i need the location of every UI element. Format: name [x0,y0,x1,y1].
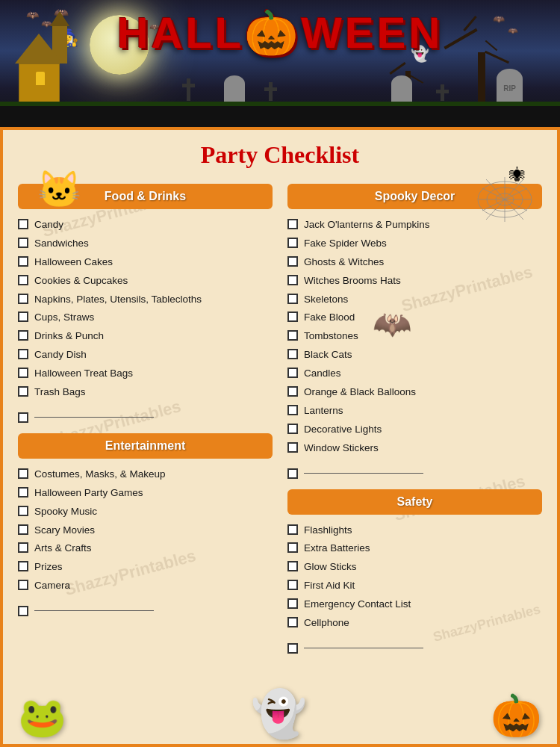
checkbox[interactable] [18,506,28,516]
checkbox[interactable] [18,330,28,341]
checkbox[interactable] [18,561,28,571]
checkbox[interactable] [287,580,298,590]
blank-underline-4 [304,648,423,648]
list-item: Tombstones [287,329,542,344]
dead-tree-right [478,52,485,108]
checklist-columns: Food & Drinks Candy Sandwiches Halloween… [18,184,542,658]
checkbox[interactable] [18,468,28,479]
list-item: Candy Dish [18,348,273,362]
checkbox[interactable] [287,275,298,285]
checkbox[interactable] [18,275,28,285]
entertainment-blank-line [18,605,273,616]
list-item: Napkins, Plates, Utensils, Tablecloths [18,293,273,307]
entertainment-section-header: Entertainment [18,433,273,459]
spider-decoration: 🕷 [509,166,526,185]
checkbox-blank-3[interactable] [287,468,298,479]
checkbox[interactable] [287,542,298,553]
right-column: Spooky Decor Jack O'lanterns & Pumpkins … [287,184,542,658]
list-item: Emergency Contact List [287,598,542,612]
bat-decor-main: 🦇 [373,306,411,342]
list-item: Halloween Cakes [18,255,273,270]
cross-3 [441,84,444,101]
grass-line [0,102,560,106]
checkbox[interactable] [18,524,28,535]
pumpkin-letter: 🎃 [244,11,301,55]
cross-2 [269,82,273,101]
checkbox-blank-2[interactable] [18,606,28,616]
decor-blank-line [287,468,542,479]
food-checklist: Candy Sandwiches Halloween Cakes Cookies… [18,218,273,400]
checkbox[interactable] [18,294,28,304]
checkbox[interactable] [287,256,298,267]
header-banner: 🦇 🦇 🦇 🦇 🦇 🦇 🧙‍♀️ HALL🎃WEEN RIP [0,0,560,127]
ground [0,105,560,127]
checkbox[interactable] [287,386,298,397]
witch-frog-illustration: 🐸 [18,695,66,740]
list-item: Window Stickers [287,441,542,456]
checkbox[interactable] [18,386,28,397]
checkbox[interactable] [287,238,298,248]
list-item: Drinks & Punch [18,329,273,344]
checkbox[interactable] [18,238,28,248]
halloween-title: HALL🎃WEEN [0,11,560,55]
list-item: Black Cats [287,348,542,362]
checkbox[interactable] [287,424,298,434]
checkbox[interactable] [18,311,28,322]
safety-blank-line [287,642,542,654]
rip-text: RIP [497,69,523,102]
safety-checklist: Flashlights Extra Batteries Glow Sticks … [287,524,542,630]
list-item: Halloween Treat Bags [18,367,273,381]
checkbox[interactable] [18,219,28,229]
list-item: Halloween Party Games [18,486,273,500]
list-item: First Aid Kit [287,579,542,593]
cross-1 [187,78,190,101]
list-item: Candy [18,218,273,232]
list-item: Sandwiches [18,237,273,251]
list-item: Skeletons [287,293,542,307]
checkbox-blank[interactable] [18,412,28,423]
checkbox[interactable] [18,256,28,267]
title-text: HALL [117,8,245,57]
list-item: Fake Spider Webs [287,237,542,251]
list-item: Scary Movies [18,524,273,538]
list-item: Lanterns [287,404,542,418]
main-content: ShazzyPrintables ShazzyPrintables Shazzy… [0,127,560,747]
checkbox[interactable] [287,617,298,627]
checkbox[interactable] [18,368,28,378]
checkbox[interactable] [287,598,298,609]
checkbox[interactable] [287,561,298,571]
checkbox[interactable] [287,219,298,229]
checkbox[interactable] [18,487,28,498]
list-item: Spooky Music [18,505,273,519]
title-text-2: WEEN [301,8,443,57]
checkbox[interactable] [287,330,298,341]
checkbox[interactable] [287,311,298,322]
list-item: Cookies & Cupcakes [18,274,273,288]
list-item: Fake Blood [287,311,542,325]
checkbox[interactable] [287,405,298,415]
checkbox[interactable] [287,368,298,378]
black-cat-decoration: 🐱 [37,169,81,211]
spider-web-decoration [471,166,538,229]
checkbox[interactable] [287,294,298,304]
list-item: Cups, Straws [18,311,273,325]
food-blank-line [18,412,273,423]
checkbox[interactable] [287,349,298,359]
list-item: Orange & Black Balloons [287,385,542,400]
checkbox[interactable] [18,580,28,590]
checkbox-blank-4[interactable] [287,643,298,654]
pumpkin-bottom-illustration: 🎃 [491,692,542,740]
list-item: Costumes, Masks, & Makeup [18,468,273,482]
list-item: Ghosts & Witches [287,255,542,270]
checkbox[interactable] [18,542,28,553]
list-item: Cellphone [287,616,542,630]
list-item: Prizes [18,560,273,574]
blank-underline-2 [34,610,154,611]
list-item: Camera [18,579,273,593]
list-item: Witches Brooms Hats [287,274,542,288]
list-item: Glow Sticks [287,560,542,574]
checkbox[interactable] [18,349,28,359]
left-column: Food & Drinks Candy Sandwiches Halloween… [18,184,273,658]
checkbox[interactable] [287,524,298,535]
checkbox[interactable] [287,442,298,453]
